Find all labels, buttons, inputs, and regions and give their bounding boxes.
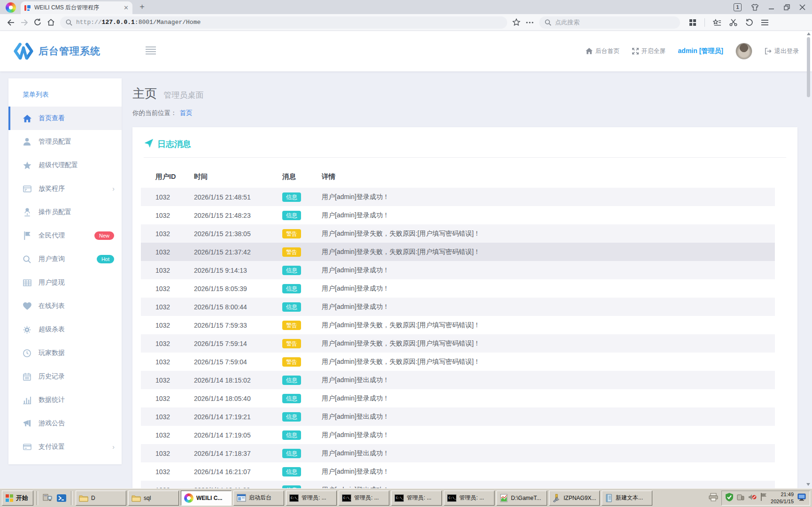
taskbar-window-cmd-admin-3[interactable]: C:\_ 管理员: ... [391,491,442,506]
more-options-icon[interactable] [526,21,534,24]
table-row[interactable]: 1032 2026/1/14 17:19:05 信息 用户[admin]登录成功… [141,426,775,444]
taskbar-window-gamet[interactable]: D:\GameT... [496,491,547,506]
table-icon [23,279,31,286]
app-logo[interactable]: 后台管理系统 [13,42,101,60]
table-row[interactable]: 1032 2026/1/14 16:21:07 信息 用户[admin]登录成功… [141,462,775,481]
sidebar-item-user-query[interactable]: 用户查询 Hot [8,247,122,271]
logout-button[interactable]: 退出登录 [765,47,799,55]
table-row[interactable]: 1032 2026/1/15 21:37:42 警告 用户[admin]登录失败… [141,243,775,261]
reload-icon[interactable] [34,18,42,26]
sidebar-collapse-icon[interactable] [146,46,156,56]
table-row[interactable]: 1032 2026/1/15 7:59:04 警告 用户[admin]登录失败，… [141,353,775,371]
favorites-list-icon[interactable] [713,19,721,26]
bar-chart-icon [23,396,31,404]
sidebar-item-admin-config[interactable]: 管理员配置 [8,130,122,154]
start-button[interactable]: 开始 [2,491,33,506]
table-row[interactable]: 1032 2026/1/14 13:11:22 信息 用户[admin]登出成功… [141,481,775,488]
tray-clock[interactable]: 21:49 2026/1/15 [771,491,794,505]
taskbar-window-weili-browser[interactable]: WEILI C... [181,491,232,506]
quicklaunch-computer-icon[interactable] [41,492,54,504]
table-row[interactable]: 1032 2026/1/15 21:38:05 警告 用户[admin]登录失败… [141,224,775,243]
tray-flag-icon[interactable] [760,493,767,503]
table-row[interactable]: 1032 2026/1/14 18:05:40 信息 用户[admin]登录成功… [141,389,775,407]
tray-printer-icon[interactable] [709,493,718,503]
taskbar-window-sql[interactable]: sql [128,491,179,506]
sidebar-item-home[interactable]: 首页查看 [8,107,122,130]
current-user[interactable]: admin [管理员] [678,47,723,55]
tray-monitor-icon[interactable] [797,493,806,503]
table-row[interactable]: 1032 2026/1/14 17:19:21 信息 用户[admin]登出成功… [141,407,775,426]
address-bar[interactable]: http://127.0.0.1:8001/Manager/Home [60,16,507,29]
avatar[interactable] [735,43,752,60]
sidebar-item-super-kill-table[interactable]: 超级杀表 [8,318,122,341]
sidebar-item-history[interactable]: 历史记录 [8,365,122,388]
sidebar-item-user-withdraw[interactable]: 用户提现 [8,271,122,294]
sidebar-item-super-agent-config[interactable]: 超级代理配置 [8,154,122,177]
page-title: 主页 [132,86,157,100]
apps-grid-icon[interactable] [689,19,696,26]
menu-hamburger-icon[interactable] [761,19,769,26]
search-input[interactable] [555,19,649,26]
table-row[interactable]: 1032 2026/1/15 7:59:14 警告 用户[admin]登录失败，… [141,334,775,353]
sidebar-item-prize-program[interactable]: 放奖程序 › [8,177,122,200]
taskbar-window-cmd-admin-1[interactable]: C:\_ 管理员: ... [286,491,337,506]
taskbar-window-new-text[interactable]: 新建文本... [602,491,652,506]
sidebar-item-universal-agent[interactable]: 全民代理 New [8,224,122,247]
sidebar-item-online-list[interactable]: 在线列表 [8,294,122,318]
table-row[interactable]: 1032 2026/1/15 21:48:51 信息 用户[admin]登录成功… [141,188,775,206]
bookmark-star-icon[interactable] [512,18,520,26]
close-button[interactable] [799,4,805,10]
notepad-icon [605,494,613,502]
table-row[interactable]: 1032 2026/1/15 8:05:39 信息 用户[admin]登录成功！ [141,279,775,298]
table-row[interactable]: 1032 2026/1/15 7:59:33 警告 用户[admin]登录失败，… [141,316,775,334]
page-scrollbar[interactable] [806,31,811,488]
taskbar-window-start-backend[interactable]: 启动后台 [233,491,284,506]
quicklaunch-powershell-icon[interactable] [55,492,68,504]
browser-logo-icon[interactable] [6,2,16,13]
table-row[interactable]: 1032 2026/1/15 9:14:13 信息 用户[admin]登录成功！ [141,261,775,279]
forward-icon[interactable] [20,19,29,26]
scroll-down-icon[interactable] [806,483,810,486]
status-badge: 警告 [282,321,301,330]
cell-detail: 用户[admin]登录失败，失败原因:[用户填写密码错误]！ [322,358,775,366]
screenshot-scissors-icon[interactable] [729,19,737,26]
taskbar-window-cmd-admin-4[interactable]: C:\_ 管理员: ... [444,491,495,506]
back-icon[interactable] [7,19,15,26]
skin-shirt-icon[interactable] [751,4,759,11]
new-tab-button[interactable]: ＋ [138,1,146,12]
tray-device-icon[interactable] [737,493,744,503]
sidebar-item-game-announcement[interactable]: 游戏公告 [8,412,122,435]
restore-button[interactable] [784,4,790,10]
scroll-up-icon[interactable] [807,32,811,35]
tray-volume-muted-icon[interactable] [748,493,757,503]
cell-user-id: 1032 [155,248,194,256]
table-row[interactable]: 1032 2026/1/14 18:15:02 信息 用户[admin]登出成功… [141,371,775,389]
quick-search-box[interactable] [539,16,680,29]
nav-fullscreen[interactable]: 开启全屏 [632,47,666,55]
table-row[interactable]: 1032 2026/1/15 21:48:23 信息 用户[admin]登录成功… [141,206,775,224]
sidebar-item-statistics[interactable]: 数据统计 [8,388,122,412]
undo-sync-icon[interactable] [745,19,753,26]
nav-backend-home[interactable]: 后台首页 [586,47,620,55]
taskbar-window-cmd-admin-2[interactable]: C:\_ 管理员: ... [339,491,389,506]
breadcrumb-home-link[interactable]: 首页 [180,109,193,116]
sidebar-item-payment-settings[interactable]: 支付设置 › [8,435,122,459]
cell-time: 2026/1/14 17:18:37 [194,450,282,457]
table-row[interactable]: 1032 2026/1/15 8:00:44 信息 用户[admin]登录成功！ [141,298,775,316]
tab-close-icon[interactable]: ✕ [124,4,129,11]
home-icon[interactable] [47,18,55,26]
taskbar-window-d[interactable]: D [76,491,126,506]
cmd-icon: C:\_ [447,494,456,502]
sidebar-item-operator-config[interactable]: 操作员配置 [8,200,122,224]
taskbar-separator [37,491,38,505]
browser-tab[interactable]: WEILI CMS 后台管理程序 ✕ [21,1,132,14]
table-row[interactable]: 1032 2026/1/14 17:18:37 信息 用户[admin]登出成功… [141,444,775,462]
taskbar-window-izpnag[interactable]: IZPNAG9X... [549,491,600,506]
cell-user-id: 1032 [155,212,194,219]
tray-shield-icon[interactable] [726,493,733,503]
logout-icon [765,48,772,54]
scrollbar-thumb[interactable] [807,37,810,97]
window-count-badge[interactable]: 1 [734,3,742,11]
minimize-button[interactable] [768,4,774,10]
sidebar-item-player-data[interactable]: 玩家数据 [8,341,122,365]
